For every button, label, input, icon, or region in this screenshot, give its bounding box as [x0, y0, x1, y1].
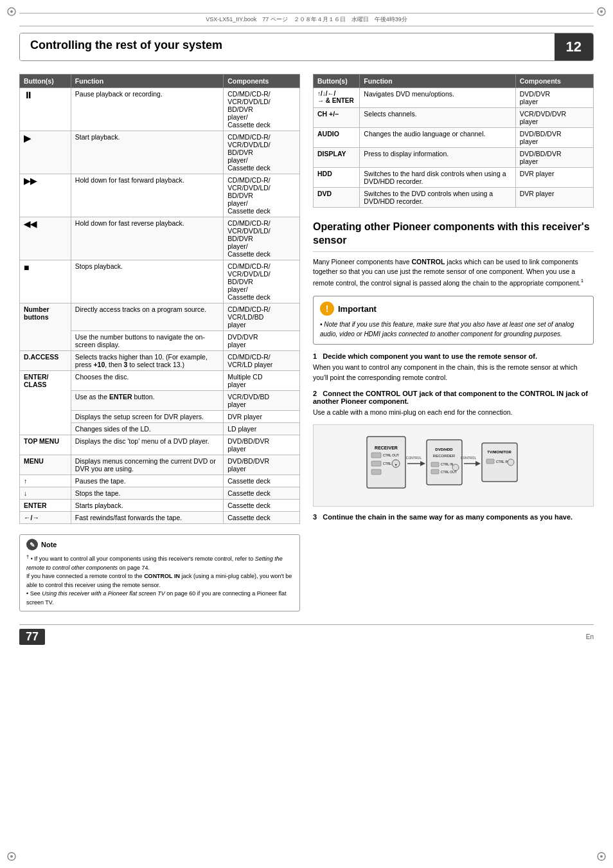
svg-point-5: [10, 855, 13, 858]
comp-display: DVD/BD/DVRplayer: [515, 148, 593, 168]
important-text: • Note that if you use this feature, mak…: [320, 320, 587, 339]
func-pause: Pause playback or recording.: [71, 88, 223, 131]
comp-pause: CD/MD/CD-R/VCR/DVD/LD/BD/DVRplayer/Casse…: [224, 88, 300, 131]
note-icon: ✎: [26, 539, 38, 550]
important-header: ! Important: [320, 302, 587, 316]
diagram-area: RECEIVER CTRL OUT CTRL IN ● DVD/H: [313, 424, 594, 507]
svg-point-3: [600, 10, 603, 13]
comp-enter-class-1: Multiple CDplayer: [224, 371, 300, 391]
svg-text:DVD/HDD: DVD/HDD: [435, 448, 453, 451]
table-row: ENTER Starts playback. Cassette deck: [20, 500, 300, 512]
svg-point-7: [600, 855, 603, 858]
comp-number-2: DVD/DVRplayer: [224, 331, 300, 351]
note-label: Note: [41, 539, 57, 550]
corner-tl-decoration: [6, 6, 17, 17]
func-dvd: Switches to the DVD controls when using …: [360, 188, 515, 208]
button-ch: CH +/–: [314, 108, 360, 128]
svg-point-33: [508, 459, 514, 466]
left-button-table: Button(s) Function Components ⏸ Pause pl…: [19, 74, 300, 524]
func-enter-class-2: Use as the ENTER button.: [71, 391, 223, 411]
func-daccess: Selects tracks higher than 10. (For exam…: [71, 351, 223, 371]
table-row: ▶▶ Hold down for fast forward playback. …: [20, 174, 300, 217]
func-enter-class-4: Changes sides of the LD.: [71, 423, 223, 435]
svg-marker-18: [420, 461, 425, 466]
comp-leftright: Cassette deck: [224, 512, 300, 524]
comp-menu: DVD/BD/DVRplayer: [224, 455, 300, 475]
func-display: Press to display information.: [360, 148, 515, 168]
table-row: DVD Switches to the DVD controls when us…: [314, 188, 594, 208]
table-row: ■ Stops playback. CD/MD/CD-R/VCR/DVD/LD/…: [20, 260, 300, 303]
right-table-header-components: Components: [515, 75, 593, 88]
svg-point-26: [452, 464, 459, 471]
note-box: ✎ Note † • If you want to control all yo…: [19, 534, 300, 611]
file-info-bar: VSX-LX51_IIY.book 77 ページ ２０８年４月１６日 水曜日 午…: [19, 13, 594, 26]
operating-section-title: Operating other Pioneer components with …: [313, 221, 594, 252]
button-leftright: ←/→: [20, 512, 71, 524]
button-topmenu: TOP MENU: [20, 435, 71, 455]
table-row: ▶ Start playback. CD/MD/CD-R/VCR/DVD/LD/…: [20, 131, 300, 174]
func-enter: Starts playback.: [71, 500, 223, 512]
button-dvd: DVD: [314, 188, 360, 208]
svg-point-1: [10, 10, 13, 13]
step-1-body: When you want to control any component i…: [313, 363, 594, 383]
button-number: Numberbuttons: [20, 303, 71, 351]
func-ff: Hold down for fast forward playback.: [71, 174, 223, 217]
button-ff: ▶▶: [20, 174, 71, 217]
button-enter: ENTER: [20, 500, 71, 512]
operating-section-body: Many Pioneer components have CONTROL jac…: [313, 257, 594, 289]
svg-text:TV/MONITOR: TV/MONITOR: [487, 450, 511, 454]
comp-stop: CD/MD/CD-R/VCR/DVD/LD/BD/DVRplayer/Casse…: [224, 260, 300, 303]
table-row: ◀◀ Hold down for fast reverse playback. …: [20, 217, 300, 260]
button-hdd: HDD: [314, 168, 360, 188]
button-up: ↑: [20, 475, 71, 487]
comp-enter-class-2: VCR/DVD/BDplayer: [224, 391, 300, 411]
button-nav-enter: ↑/↓/←/→ & ENTER: [314, 88, 360, 108]
svg-rect-12: [371, 469, 381, 475]
button-display: DISPLAY: [314, 148, 360, 168]
comp-up: Cassette deck: [224, 475, 300, 487]
svg-rect-31: [486, 459, 494, 464]
comp-audio: DVD/BD/DVRplayer: [515, 128, 593, 148]
table-row: ↑/↓/←/→ & ENTER Navigates DVD menu/optio…: [314, 88, 594, 108]
comp-hdd: DVR player: [515, 168, 593, 188]
corner-tr-decoration: [596, 6, 607, 17]
svg-text:RECEIVER: RECEIVER: [375, 446, 398, 450]
table-row: Numberbuttons Directly access tracks on …: [20, 303, 300, 331]
svg-text:CONTROL: CONTROL: [460, 456, 476, 460]
step-2-body: Use a cable with a mono mini-plug on eac…: [313, 408, 594, 418]
page-title: Controlling the rest of your system: [20, 33, 555, 60]
comp-dvd: DVR player: [515, 188, 593, 208]
func-down: Stops the tape.: [71, 487, 223, 500]
func-play: Start playback.: [71, 131, 223, 174]
table-row: MENU Displays menus concerning the curre…: [20, 455, 300, 475]
page-wrapper: VSX-LX51_IIY.book 77 ページ ２０８年４月１６日 水曜日 午…: [0, 0, 613, 868]
right-column: Button(s) Function Components ↑/↓/←/→ & …: [313, 74, 594, 611]
func-nav-enter: Navigates DVD menu/options.: [360, 88, 515, 108]
func-topmenu: Displays the disc 'top' menu of a DVD pl…: [71, 435, 223, 455]
func-hdd: Switches to the hard disk controls when …: [360, 168, 515, 188]
func-number-1: Directly access tracks on a program sour…: [71, 303, 223, 331]
table-row: DISPLAY Press to display information. DV…: [314, 148, 594, 168]
page-lang: En: [586, 633, 594, 640]
page-number: 77: [19, 629, 45, 645]
func-enter-class-3: Displays the setup screen for DVR player…: [71, 411, 223, 423]
button-enter-class: ENTER/CLASS: [20, 371, 71, 435]
comp-play: CD/MD/CD-R/VCR/DVD/LD/BD/DVRplayer/Casse…: [224, 131, 300, 174]
func-ch: Selects channels.: [360, 108, 515, 128]
page-number-bar: 77 En: [19, 624, 594, 645]
corner-bl-decoration: [6, 851, 17, 862]
table-row: ↑ Pauses the tape. Cassette deck: [20, 475, 300, 487]
svg-text:CONTROL: CONTROL: [405, 456, 422, 460]
file-info-text: VSX-LX51_IIY.book 77 ページ ２０８年４月１６日 水曜日 午…: [206, 16, 407, 23]
button-audio: AUDIO: [314, 128, 360, 148]
svg-rect-22: [431, 462, 439, 467]
comp-enter: Cassette deck: [224, 500, 300, 512]
note-header: ✎ Note: [26, 539, 293, 550]
left-table-header-components: Components: [224, 75, 300, 88]
comp-topmenu: DVD/BD/DVRplayer: [224, 435, 300, 455]
comp-enter-class-4: LD player: [224, 423, 300, 435]
step-1-heading: 1 Decide which component you want to use…: [313, 352, 594, 360]
right-button-table: Button(s) Function Components ↑/↓/←/→ & …: [313, 74, 594, 208]
button-down: ↓: [20, 487, 71, 500]
button-stop: ■: [20, 260, 71, 303]
